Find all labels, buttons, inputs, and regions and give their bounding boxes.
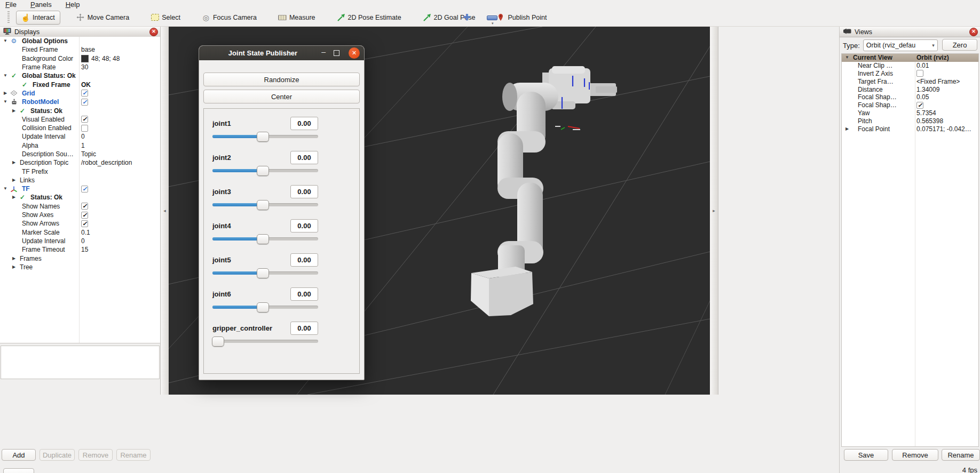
- row-tf-update-interval[interactable]: Update Interval 0: [0, 237, 160, 245]
- frame-rate-value[interactable]: 30: [81, 63, 88, 71]
- joint3-slider[interactable]: [212, 203, 318, 206]
- expander-icon[interactable]: ▶: [11, 109, 17, 113]
- goal-pose-tool-button[interactable]: 2D Goal Pose: [417, 11, 481, 25]
- expander-icon[interactable]: ▼: [2, 39, 9, 43]
- alpha-value[interactable]: 1: [81, 142, 85, 149]
- row-description-topic[interactable]: ▶ Description Topic /robot_description: [0, 158, 160, 167]
- row-current-view[interactable]: ▼ Current View Orbit (rviz): [842, 54, 978, 62]
- row-focal-point[interactable]: ▶ Focal Point 0.075171; -0.042…: [842, 125, 978, 133]
- description-topic-value[interactable]: /robot_description: [81, 159, 132, 166]
- dialog-titlebar[interactable]: Joint State Publisher – ✕: [199, 46, 364, 60]
- menu-help[interactable]: Help: [66, 1, 80, 9]
- slider-handle[interactable]: [257, 302, 269, 312]
- row-tf-display[interactable]: ▼ TF ✓: [0, 185, 160, 193]
- slider-handle[interactable]: [257, 166, 269, 176]
- joint4-value-input[interactable]: 0.00: [290, 219, 318, 233]
- joint2-slider[interactable]: [212, 169, 318, 172]
- reset-button[interactable]: Reset: [3, 468, 34, 473]
- remove-tool-dropdown-icon[interactable]: ▾: [492, 21, 494, 26]
- tf-enabled-checkbox[interactable]: ✓: [81, 186, 88, 193]
- expander-icon[interactable]: ▶: [2, 91, 9, 95]
- save-view-button[interactable]: Save: [844, 449, 888, 461]
- row-links[interactable]: ▶ Links: [0, 176, 160, 185]
- menu-file[interactable]: File: [5, 1, 17, 9]
- row-show-arrows[interactable]: Show Arrows ✓: [0, 219, 160, 228]
- hide-right-panel-button[interactable]: ▸: [710, 27, 718, 395]
- row-visual-enabled[interactable]: Visual Enabled ✓: [0, 115, 160, 124]
- expander-icon[interactable]: ▶: [11, 256, 17, 261]
- gripper-value-input[interactable]: 0.00: [290, 322, 318, 335]
- hide-left-panel-button[interactable]: ◂: [160, 27, 169, 395]
- row-pitch[interactable]: Pitch 0.565398: [842, 117, 978, 125]
- close-button[interactable]: ✕: [349, 47, 360, 59]
- show-arrows-checkbox[interactable]: ✓: [81, 220, 88, 227]
- joint1-value-input[interactable]: 0.00: [290, 117, 318, 130]
- row-frames[interactable]: ▶ Frames: [0, 254, 160, 262]
- expander-icon[interactable]: ▼: [844, 55, 850, 60]
- rename-view-button[interactable]: Rename: [942, 449, 980, 461]
- expander-icon[interactable]: ▼: [2, 74, 9, 78]
- row-distance[interactable]: Distance 1.34009: [842, 85, 978, 93]
- row-robotmodel-display[interactable]: ▼ RobotModel ✓: [0, 98, 160, 106]
- robotmodel-enabled-checkbox[interactable]: ✓: [81, 99, 88, 106]
- gripper-slider[interactable]: [212, 340, 318, 343]
- expander-icon[interactable]: ▶: [11, 195, 17, 199]
- row-marker-scale[interactable]: Marker Scale 0.1: [0, 228, 160, 237]
- focal-shape-size-value[interactable]: 0.05: [916, 93, 929, 101]
- row-collision-enabled[interactable]: Collision Enabled: [0, 124, 160, 132]
- measure-tool-button[interactable]: Measure: [273, 11, 321, 25]
- expander-icon[interactable]: ▶: [11, 178, 17, 182]
- row-grid-display[interactable]: ▶ Grid ✓: [0, 89, 160, 98]
- row-robotmodel-status[interactable]: ▶ ✓ Status: Ok: [0, 106, 160, 115]
- interact-tool-button[interactable]: ☝ Interact: [16, 11, 60, 25]
- minimize-button[interactable]: –: [321, 47, 326, 56]
- expander-icon[interactable]: ▼: [2, 187, 9, 191]
- maximize-button[interactable]: [334, 50, 339, 56]
- description-source-value[interactable]: Topic: [81, 150, 96, 158]
- row-frame-rate[interactable]: Frame Rate 30: [0, 63, 160, 71]
- row-target-frame[interactable]: Target Fra… <Fixed Frame>: [842, 77, 978, 85]
- center-button[interactable]: Center: [203, 90, 360, 103]
- focus-camera-tool-button[interactable]: ◎ Focus Camera: [196, 11, 262, 25]
- row-tree[interactable]: ▶ Tree: [0, 263, 160, 271]
- target-frame-value[interactable]: <Fixed Frame>: [916, 78, 960, 85]
- slider-handle[interactable]: [212, 336, 224, 347]
- row-description-source[interactable]: Description Sou… Topic: [0, 150, 160, 158]
- row-show-axes[interactable]: Show Axes ✓: [0, 211, 160, 219]
- duplicate-display-button[interactable]: Duplicate: [39, 449, 75, 461]
- invert-z-checkbox[interactable]: [916, 70, 923, 77]
- rename-display-button[interactable]: Rename: [116, 449, 151, 461]
- update-interval-value[interactable]: 0: [81, 133, 85, 140]
- row-frame-timeout[interactable]: Frame Timeout 15: [0, 245, 160, 254]
- row-update-interval[interactable]: Update Interval 0: [0, 132, 160, 141]
- row-invert-z[interactable]: Invert Z Axis: [842, 70, 978, 78]
- randomize-button[interactable]: Randomize: [203, 73, 360, 86]
- expander-icon[interactable]: ▶: [844, 127, 850, 131]
- expander-icon[interactable]: ▶: [11, 265, 17, 269]
- row-tf-prefix[interactable]: TF Prefix: [0, 167, 160, 175]
- remove-view-button[interactable]: Remove: [892, 449, 938, 461]
- joint5-slider[interactable]: [212, 271, 318, 275]
- slider-handle[interactable]: [257, 132, 269, 142]
- pitch-value[interactable]: 0.565398: [916, 117, 943, 125]
- marker-scale-value[interactable]: 0.1: [81, 229, 90, 236]
- slider-handle[interactable]: [257, 268, 269, 278]
- views-close-icon[interactable]: ✕: [969, 28, 978, 36]
- expander-icon[interactable]: ▼: [2, 100, 9, 104]
- row-show-names[interactable]: Show Names ✓: [0, 202, 160, 211]
- row-fixed-frame[interactable]: Fixed Frame base: [0, 45, 160, 54]
- row-alpha[interactable]: Alpha 1: [0, 141, 160, 150]
- slider-handle[interactable]: [257, 200, 269, 210]
- focal-point-value[interactable]: 0.075171; -0.042…: [916, 125, 971, 133]
- pose-estimate-tool-button[interactable]: 2D Pose Estimate: [331, 11, 407, 25]
- row-near-clip[interactable]: Near Clip … 0.01: [842, 62, 978, 70]
- move-camera-tool-button[interactable]: Move Camera: [71, 11, 135, 25]
- view-type-select[interactable]: Orbit (rviz_defau ▾: [863, 39, 938, 51]
- show-axes-checkbox[interactable]: ✓: [81, 212, 88, 219]
- remove-display-button[interactable]: Remove: [78, 449, 113, 461]
- toolbar-drag-handle[interactable]: [7, 11, 10, 24]
- fixed-frame-value[interactable]: base: [81, 46, 95, 53]
- joint1-slider[interactable]: [212, 135, 318, 138]
- row-fixed-frame-status[interactable]: ✓ Fixed Frame OK: [0, 80, 160, 89]
- row-focal-shape-fixed[interactable]: Focal Shap… ✓: [842, 101, 978, 109]
